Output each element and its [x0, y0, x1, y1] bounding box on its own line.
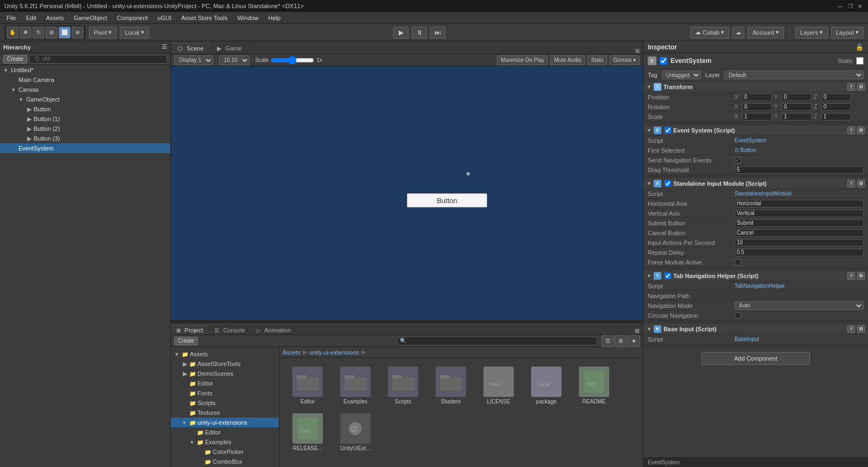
rotation-z[interactable]: [821, 103, 851, 111]
layout-button[interactable]: Layout ▾: [831, 27, 864, 39]
inspector-lock-btn[interactable]: 🔓: [856, 43, 864, 51]
file-item-release---[interactable]: TXTRELEASE...: [286, 411, 329, 453]
input-actions-input[interactable]: [735, 239, 864, 247]
baseinput-info-btn[interactable]: ?: [847, 325, 855, 333]
component-sim-header[interactable]: ▼ S Standalone Input Module (Script) ? ⚙: [643, 178, 868, 189]
game-button-4[interactable]: Button: [407, 193, 487, 207]
project-tree-item-examples[interactable]: ▾📁Examples: [171, 437, 279, 447]
project-tree-item-demoscenes[interactable]: ▶📁DemoScenes: [171, 369, 279, 378]
submit-button-input[interactable]: [735, 219, 864, 227]
breadcrumb-assets[interactable]: Assets: [283, 349, 301, 356]
hierarchy-create-button[interactable]: Create: [3, 55, 27, 64]
scene-maximize-btn[interactable]: ⊠: [632, 48, 643, 54]
menu-file[interactable]: File: [2, 14, 21, 22]
maximize-on-play-btn[interactable]: Maximize On Play: [497, 55, 548, 65]
local-button[interactable]: Local ▾: [120, 27, 149, 39]
component-eventsystem-header[interactable]: ▼ E Event System (Script) ? ⚙: [643, 125, 868, 136]
breadcrumb-unity-ui-extensions[interactable]: unity-ui-extensions: [309, 349, 359, 356]
move-tool-btn[interactable]: ✥: [20, 27, 31, 39]
file-item-shaders[interactable]: Shaders: [429, 364, 473, 407]
hierarchy-item-eventsystem[interactable]: EventSystem: [0, 143, 170, 153]
hierarchy-item-canvas[interactable]: ▾Canvas: [0, 85, 170, 94]
menu-component[interactable]: Component: [112, 14, 152, 22]
object-active-checkbox[interactable]: [660, 57, 667, 65]
project-grid-view-btn[interactable]: ⊞: [615, 335, 627, 347]
menu-ugui[interactable]: uGUI: [153, 14, 176, 22]
menu-edit[interactable]: Edit: [22, 14, 41, 22]
file-item-editor[interactable]: Editor: [286, 364, 329, 407]
mute-audio-btn[interactable]: Mute Audio: [550, 55, 585, 65]
tnh-menu-btn[interactable]: ⚙: [857, 272, 865, 280]
rotation-y[interactable]: [782, 103, 812, 111]
display-select[interactable]: Display 1: [174, 55, 213, 65]
static-checkbox[interactable]: [856, 57, 864, 65]
collab-button[interactable]: ☁ Collab ▾: [690, 27, 729, 39]
gizmos-btn[interactable]: Gizmos ▾: [609, 55, 640, 65]
tab-animation[interactable]: ▷ Animation: [251, 326, 297, 335]
scale-z[interactable]: [821, 113, 851, 121]
transform-menu-btn[interactable]: ⚙: [857, 83, 865, 91]
tab-game[interactable]: ▶ Game: [210, 43, 248, 54]
scale-x[interactable]: [742, 113, 772, 121]
file-item-package[interactable]: JSONpackage: [525, 364, 568, 407]
file-item-scripts[interactable]: Scripts: [381, 364, 425, 407]
repeat-delay-input[interactable]: [735, 249, 864, 256]
pause-button[interactable]: ⏸: [412, 27, 427, 39]
component-tnh-header[interactable]: ▼ T Tab Navigation Helper (Script) ? ⚙: [643, 270, 868, 281]
component-baseinput-header[interactable]: ▼ B Base Input (Script) ? ⚙: [643, 324, 868, 335]
hierarchy-item-gameobject[interactable]: ▾GameObject: [0, 94, 170, 104]
file-item-readme[interactable]: TXTREADME: [572, 364, 616, 407]
tnh-script-value[interactable]: TabNavigationHelper: [735, 283, 864, 289]
file-item-unityuiext---[interactable]: ⬡UnityUIExt...: [334, 411, 377, 453]
hierarchy-item-untitled-[interactable]: ▾Untitled*: [0, 65, 170, 75]
baseinput-menu-btn[interactable]: ⚙: [857, 325, 865, 333]
hierarchy-item-main-camera[interactable]: Main Camera: [0, 75, 170, 85]
rotate-tool-btn[interactable]: ↻: [33, 27, 44, 39]
drag-threshold-input[interactable]: [735, 166, 864, 174]
stats-btn[interactable]: Stats: [588, 55, 608, 65]
position-y[interactable]: [782, 93, 812, 101]
project-tree-item-editor[interactable]: 📁Editor: [171, 378, 279, 388]
hierarchy-item-button--1-[interactable]: ▶Button (1): [0, 114, 170, 124]
tab-scene[interactable]: ⬡ Scene: [171, 43, 210, 54]
pivot-button[interactable]: Pivot ▾: [89, 27, 117, 39]
file-item-examples[interactable]: Examples: [334, 364, 377, 407]
position-z[interactable]: [821, 93, 851, 101]
project-tree-item-unity-ui-extensions[interactable]: ▾📁unity-ui-extensions: [171, 418, 279, 427]
menu-assetstoretools[interactable]: Asset Store Tools: [177, 14, 232, 22]
maximize-button[interactable]: ❐: [846, 2, 854, 10]
sim-menu-btn[interactable]: ⚙: [857, 180, 865, 187]
scale-y[interactable]: [782, 113, 812, 121]
layers-button[interactable]: Layers ▾: [795, 27, 828, 39]
menu-help[interactable]: Help: [264, 14, 285, 22]
eventsystem-menu-btn[interactable]: ⚙: [857, 127, 865, 134]
play-button[interactable]: ▶: [393, 27, 409, 39]
account-button[interactable]: Account ▾: [748, 27, 784, 39]
cloud-button[interactable]: ☁: [732, 27, 744, 39]
sim-script-value[interactable]: StandaloneInputModule: [735, 191, 864, 197]
sim-checkbox[interactable]: [665, 180, 671, 187]
transform-info-btn[interactable]: ?: [847, 83, 855, 91]
file-item-license[interactable]: FILELICENSE: [477, 364, 520, 407]
sim-info-btn[interactable]: ?: [847, 180, 855, 187]
project-tree-item-assetstoretools[interactable]: ▶📁AssetStoreTools: [171, 359, 279, 369]
hierarchy-item-button--2-[interactable]: ▶Button (2): [0, 124, 170, 134]
project-tree-item-textures[interactable]: 📁Textures: [171, 408, 279, 418]
position-x[interactable]: [742, 93, 772, 101]
project-tree-item-scripts[interactable]: 📁Scripts: [171, 398, 279, 408]
hierarchy-search-input[interactable]: [29, 55, 167, 64]
project-tree-item-editor[interactable]: 📁Editor: [171, 427, 279, 437]
transform-all-btn[interactable]: ⊕: [72, 27, 84, 39]
layer-select[interactable]: Default: [724, 71, 864, 79]
close-button[interactable]: ✕: [856, 2, 864, 10]
vertical-axis-input[interactable]: [735, 210, 864, 217]
force-module-checkbox[interactable]: [735, 259, 741, 266]
send-nav-checkbox[interactable]: [735, 157, 741, 163]
scale-tool-btn[interactable]: ⊞: [46, 27, 58, 39]
hierarchy-item-button[interactable]: ▶Button: [0, 104, 170, 114]
project-create-button[interactable]: Create: [174, 337, 198, 345]
scale-slider[interactable]: [271, 57, 314, 64]
tab-project[interactable]: ⊞ Project: [171, 325, 209, 335]
tab-console[interactable]: ☰ Console: [209, 326, 251, 335]
tnh-checkbox[interactable]: [665, 273, 671, 279]
